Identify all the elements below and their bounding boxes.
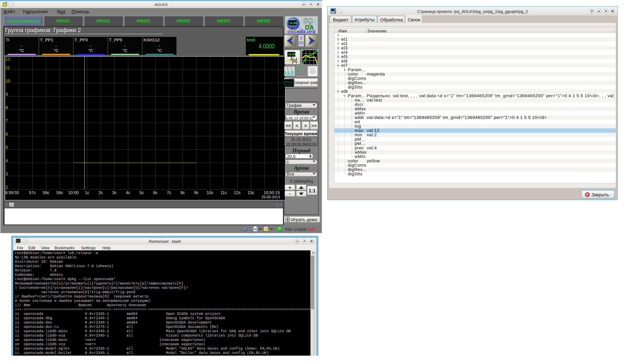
svg-text:10.95: 10.95 bbox=[289, 22, 297, 25]
svg-text:10.95: 10.95 bbox=[288, 53, 295, 56]
svg-text:SC: SC bbox=[304, 17, 313, 24]
